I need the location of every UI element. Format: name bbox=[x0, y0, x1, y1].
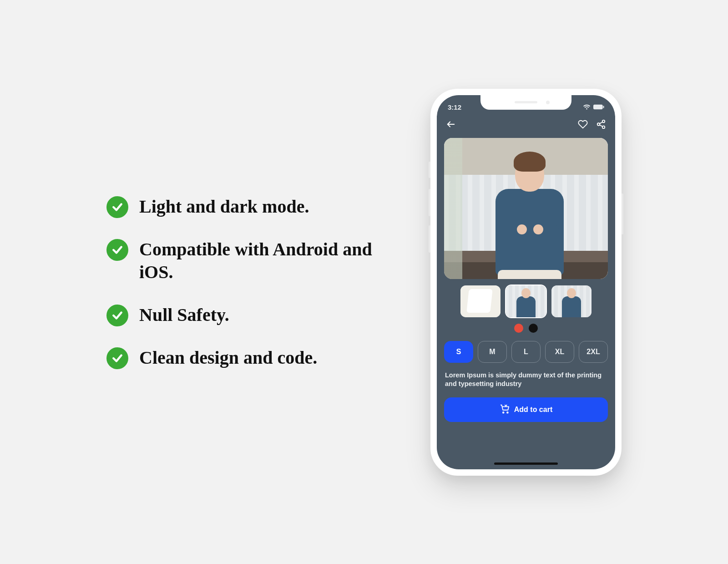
add-to-cart-button[interactable]: Add to cart bbox=[444, 397, 608, 422]
size-option[interactable]: L bbox=[511, 341, 541, 363]
cta-label: Add to cart bbox=[514, 406, 552, 414]
product-main-image[interactable] bbox=[444, 138, 608, 279]
svg-line-6 bbox=[600, 125, 602, 127]
color-option-red[interactable] bbox=[514, 324, 523, 333]
color-selector bbox=[437, 324, 615, 333]
svg-rect-1 bbox=[603, 106, 604, 108]
feature-item: Clean design and code. bbox=[106, 346, 376, 369]
check-icon bbox=[106, 347, 128, 369]
favorite-button[interactable] bbox=[578, 119, 588, 131]
check-icon bbox=[106, 196, 128, 218]
battery-icon bbox=[593, 103, 604, 111]
thumbnail[interactable] bbox=[551, 285, 592, 317]
thumbnail[interactable] bbox=[506, 285, 546, 317]
share-button[interactable] bbox=[596, 119, 606, 131]
size-option[interactable]: XL bbox=[545, 341, 574, 363]
feature-text: Null Safety. bbox=[139, 304, 229, 326]
app-screen: 3:12 bbox=[437, 95, 615, 469]
svg-rect-0 bbox=[593, 105, 603, 109]
feature-text: Compatible with Android and iOS. bbox=[139, 238, 376, 284]
feature-text: Light and dark mode. bbox=[139, 195, 309, 218]
svg-point-8 bbox=[503, 412, 504, 413]
phone-mockup: 3:12 bbox=[430, 89, 622, 476]
svg-point-9 bbox=[507, 412, 508, 413]
product-description: Lorem Ipsum is simply dummy text of the … bbox=[445, 371, 607, 391]
size-option[interactable]: S bbox=[444, 341, 473, 363]
size-selector: S M L XL 2XL bbox=[444, 341, 608, 363]
size-option[interactable]: M bbox=[478, 341, 507, 363]
check-icon bbox=[106, 239, 128, 261]
cart-icon bbox=[500, 404, 510, 416]
feature-item: Null Safety. bbox=[106, 304, 376, 326]
thumbnail[interactable] bbox=[460, 285, 500, 317]
home-indicator[interactable] bbox=[494, 462, 558, 465]
svg-line-7 bbox=[600, 122, 602, 123]
color-option-black[interactable] bbox=[529, 324, 538, 333]
status-time: 3:12 bbox=[448, 103, 461, 111]
feature-item: Light and dark mode. bbox=[106, 195, 376, 218]
notch bbox=[480, 95, 571, 110]
feature-text: Clean design and code. bbox=[139, 346, 317, 369]
size-option[interactable]: 2XL bbox=[579, 341, 608, 363]
wifi-icon bbox=[583, 103, 591, 111]
nav-bar bbox=[437, 115, 615, 135]
feature-list: Light and dark mode. Compatible with And… bbox=[106, 195, 376, 369]
check-icon bbox=[106, 305, 128, 326]
feature-item: Compatible with Android and iOS. bbox=[106, 238, 376, 284]
thumbnail-row bbox=[444, 285, 608, 317]
back-button[interactable] bbox=[446, 119, 456, 131]
